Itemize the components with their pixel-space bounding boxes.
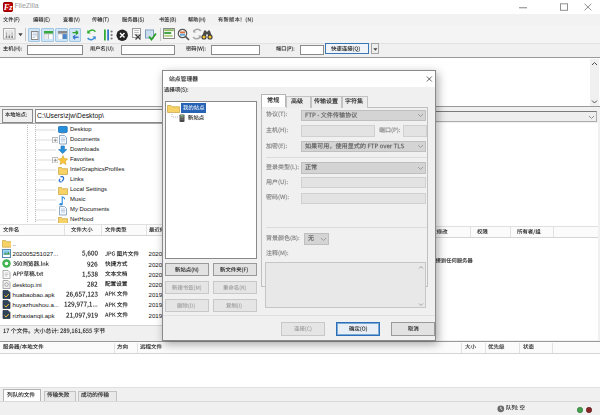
svg-text:Fz: Fz	[3, 2, 13, 12]
